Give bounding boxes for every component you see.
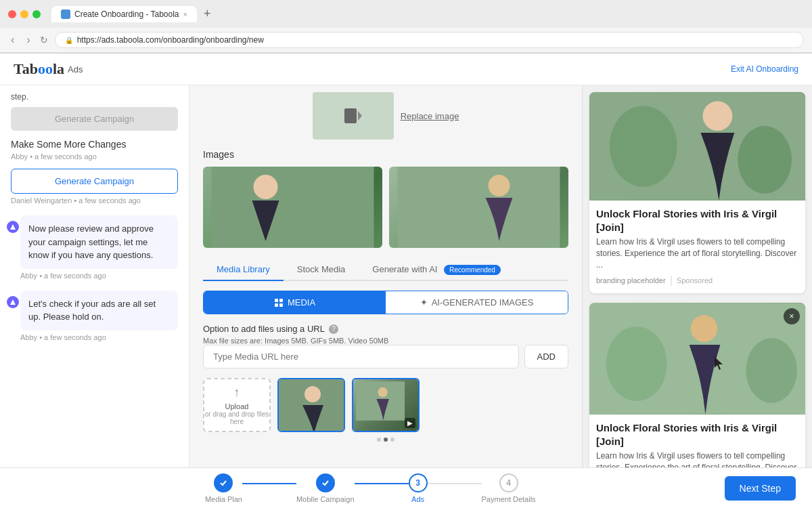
media-thumb-video-inner: ▶ xyxy=(353,379,418,431)
svg-rect-13 xyxy=(279,303,283,307)
tab-media-library[interactable]: Media Library xyxy=(203,259,284,281)
upload-box[interactable]: ↑ Upload or drag and drop files here xyxy=(203,378,271,432)
new-tab-button[interactable]: + xyxy=(200,5,215,22)
image-placeholder-2 xyxy=(389,167,568,248)
image-thumb-1 xyxy=(203,167,382,248)
maximize-window-button[interactable] xyxy=(32,10,41,18)
tab-title: Create Onboarding - Taboola xyxy=(74,9,179,19)
preview-card-1-footer: branding placeholder | Sponsored xyxy=(596,274,798,287)
sparkle-icon: ✦ xyxy=(420,297,428,308)
step-circle-ads: 3 xyxy=(409,473,428,492)
step-ads: 3 Ads xyxy=(409,473,428,503)
tab-favicon xyxy=(61,9,70,19)
url-section: Option to add files using a URL ? Max fi… xyxy=(203,324,568,368)
media-toggle-button[interactable]: MEDIA xyxy=(204,291,386,314)
make-some-more-changes-text: Make Some More Changes xyxy=(11,139,178,150)
media-url-input[interactable] xyxy=(203,345,519,368)
video-thumbnail-small xyxy=(313,92,394,140)
preview-card-1-sponsored: Sponsored xyxy=(677,276,713,284)
svg-point-19 xyxy=(702,101,732,131)
back-button[interactable]: ‹ xyxy=(8,33,17,47)
replace-image-link[interactable]: Replace image xyxy=(401,111,459,121)
tab-generate-ai[interactable]: Generate with AI Recommended xyxy=(359,259,514,281)
taboola-logo: Taboola Ads xyxy=(14,60,83,78)
refresh-button[interactable]: ↻ xyxy=(40,35,48,45)
dots-indicator xyxy=(203,438,568,442)
tab-close-button[interactable]: × xyxy=(183,10,187,18)
step-label-media-plan: Media Plan xyxy=(205,495,242,503)
tab-stock-media[interactable]: Stock Media xyxy=(284,259,359,281)
svg-rect-2 xyxy=(344,108,357,123)
images-grid xyxy=(203,167,568,248)
svg-point-24 xyxy=(606,327,667,402)
step-label-ads: Ads xyxy=(411,495,424,503)
url-label-row: Option to add files using a URL ? xyxy=(203,324,568,334)
svg-point-25 xyxy=(746,338,797,403)
svg-marker-1 xyxy=(10,299,16,305)
preview-card-2-image: × xyxy=(589,303,805,415)
preview-card-2-title: Unlock Floral Stories with Iris & Virgil… xyxy=(596,421,798,448)
close-window-button[interactable] xyxy=(8,10,16,18)
preview-card-1-brand: branding placeholder xyxy=(596,276,666,284)
media-tabs: Media Library Stock Media Generate with … xyxy=(203,259,568,281)
forward-button[interactable]: › xyxy=(24,33,32,47)
sidebar: step. Generate Campaign Make Some More C… xyxy=(0,85,189,508)
step-label: step. xyxy=(11,92,178,102)
main-content: Replace image Images xyxy=(189,85,582,508)
traffic-lights xyxy=(8,10,41,18)
media-thumbnail-2[interactable]: ▶ xyxy=(352,378,420,432)
bottom-progress-bar: Media Plan Mobile Campaign 3 Ads 4 Payme… xyxy=(0,467,812,508)
svg-marker-0 xyxy=(10,224,16,230)
svg-point-20 xyxy=(610,106,677,187)
images-section-label: Images xyxy=(203,149,568,160)
minimize-window-button[interactable] xyxy=(20,10,28,18)
tab-generate-ai-label: Generate with AI xyxy=(372,264,437,274)
ai-message-1-text: Now please review and approve your campa… xyxy=(28,224,154,260)
ai-message-2: Let's check if your ads are all set up. … xyxy=(20,291,178,331)
svg-point-17 xyxy=(378,387,387,397)
url-hint-text: Max file sizes are: Images 5MB. GIFs 5MB… xyxy=(203,337,568,345)
step-payment-details: 4 Payment Details xyxy=(482,473,536,503)
media-ai-toggle: MEDIA ✦ AI-GENERATED IMAGES xyxy=(203,291,568,314)
ai-message-1: Now please review and approve your campa… xyxy=(20,215,178,269)
url-input-row: ADD xyxy=(203,345,568,368)
media-toggle-label: MEDIA xyxy=(288,297,315,308)
content-inner: Replace image Images xyxy=(189,85,582,448)
exit-ai-onboarding-link[interactable]: Exit AI Onboarding xyxy=(731,64,798,74)
next-step-button[interactable]: Next Step xyxy=(725,476,796,501)
browser-toolbar: ‹ › ↻ 🔒 https://ads.taboola.com/onboardi… xyxy=(0,28,812,53)
image-thumb-2 xyxy=(389,167,568,248)
image-placeholder-1 xyxy=(203,167,382,248)
tab-media-library-label: Media Library xyxy=(217,264,270,274)
svg-rect-7 xyxy=(398,167,560,248)
svg-point-23 xyxy=(691,316,718,343)
logo-ads-text: Ads xyxy=(68,64,83,75)
dot-1 xyxy=(377,438,381,442)
svg-rect-11 xyxy=(279,299,283,302)
media-thumb-inner-1 xyxy=(279,379,344,431)
main-layout: step. Generate Campaign Make Some More C… xyxy=(0,85,812,508)
svg-marker-3 xyxy=(358,111,362,121)
progress-steps: Media Plan Mobile Campaign 3 Ads 4 Payme… xyxy=(16,473,725,503)
media-thumbnail-1[interactable] xyxy=(277,378,345,432)
upload-text: Upload xyxy=(225,402,249,410)
ai-generated-toggle-button[interactable]: ✦ AI-GENERATED IMAGES xyxy=(386,291,568,314)
svg-rect-12 xyxy=(275,303,278,307)
svg-point-5 xyxy=(254,175,278,199)
step-circle-payment-details: 4 xyxy=(499,473,518,492)
svg-point-15 xyxy=(304,386,321,402)
ai-avatar-1 xyxy=(7,221,19,233)
upload-subtext: or drag and drop files here xyxy=(204,410,269,425)
message-block-2: Let's check if your ads are all set up. … xyxy=(11,291,178,341)
step-media-plan: Media Plan xyxy=(205,473,242,503)
active-tab[interactable]: Create Onboarding - Taboola × xyxy=(51,6,197,22)
address-bar[interactable]: 🔒 https://ads.taboola.com/onboarding/onb… xyxy=(55,32,804,48)
connector-1-2 xyxy=(242,483,296,484)
generate-campaign-blue-button[interactable]: Generate Campaign xyxy=(11,169,178,194)
svg-point-8 xyxy=(489,175,510,196)
browser-chrome: Create Onboarding - Taboola × + ‹ › ↻ 🔒 … xyxy=(0,0,812,54)
add-url-button[interactable]: ADD xyxy=(524,345,568,368)
svg-rect-10 xyxy=(275,299,278,302)
step-label-mobile-campaign: Mobile Campaign xyxy=(296,495,355,503)
url-text: https://ads.taboola.com/onboarding/onboa… xyxy=(77,35,264,45)
